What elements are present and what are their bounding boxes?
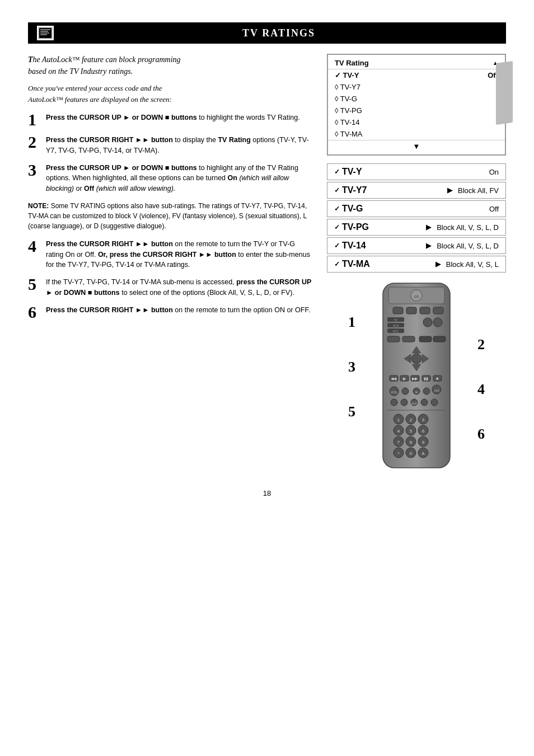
svg-point-42	[402, 388, 409, 395]
rating-row-tv14: ✓ TV-14 ▶ Block All, V, S, L, D	[327, 237, 506, 254]
step-2-number: 2	[28, 134, 40, 151]
remote-wrapper: 1 3 5 2 4 6	[327, 280, 506, 472]
rating-menu-box: TV Rating ▲ ✓ TV-Y Off ◊ TV-Y7 ◊ TV-G ◊	[327, 54, 506, 156]
svg-text:0: 0	[410, 451, 413, 456]
step-6: 6 Press the CURSOR RIGHT ►► button on th…	[28, 305, 313, 321]
step-3-content: Press the CURSOR UP ► or DOWN ■ buttons …	[46, 163, 313, 194]
menu-item-tvma: ◊ TV-MA	[328, 128, 505, 140]
svg-text:TV: TV	[394, 318, 398, 322]
menu-item-tv14: ◊ TV-14	[328, 116, 505, 128]
svg-text:▶▶: ▶▶	[412, 377, 418, 381]
svg-text:5: 5	[410, 429, 413, 434]
intro-text-1: The AutoLock™ feature can block programm…	[28, 54, 313, 77]
remote-label-3: 3	[348, 359, 355, 375]
step-2-content: Press the CURSOR RIGHT ►► button to disp…	[46, 135, 313, 156]
svg-text:9: 9	[422, 440, 425, 445]
step-6-number: 6	[28, 304, 40, 321]
svg-rect-9	[393, 307, 403, 314]
svg-text:▮▮: ▮▮	[424, 377, 428, 381]
svg-rect-23	[419, 336, 432, 342]
svg-point-29	[411, 354, 421, 364]
menu-item-tvy: ✓ TV-Y Off	[328, 69, 505, 81]
note-block: NOTE: Some TV RATING options also have s…	[28, 201, 313, 231]
step-4-number: 4	[28, 238, 40, 255]
rating-row-tvy7: ✓ TV-Y7 ▶ Block All, FV	[327, 182, 506, 199]
svg-text:7: 7	[397, 440, 400, 445]
svg-rect-21	[387, 336, 400, 342]
intro-text-2: Once you've entered your access code and…	[28, 83, 313, 105]
svg-point-48	[391, 399, 397, 406]
svg-text:SLP: SLP	[411, 402, 417, 405]
rating-row-tvma: ✓ TV-MA ▶ Block All, V, S, L	[327, 256, 506, 273]
svg-text:QS: QS	[414, 295, 419, 298]
step-3: 3 Press the CURSOR UP ► or DOWN ■ button…	[28, 163, 313, 194]
page-number: 18	[28, 489, 506, 497]
page-title: TV RATINGS	[60, 27, 497, 39]
remote-label-6: 6	[477, 426, 485, 443]
page: TV RATINGS The AutoLock™ feature can blo…	[0, 0, 534, 756]
svg-rect-22	[402, 336, 415, 342]
svg-rect-11	[420, 307, 430, 314]
menu-item-tvpg: ◊ TV-PG	[328, 105, 505, 116]
svg-text:2: 2	[410, 417, 413, 422]
svg-text:1: 1	[397, 417, 400, 422]
svg-text:3: 3	[422, 417, 425, 422]
svg-rect-10	[406, 307, 416, 314]
svg-text:VOL: VOL	[391, 391, 398, 394]
svg-text:CH: CH	[434, 389, 439, 392]
step-5: 5 If the TV-Y7, TV-PG, TV-14 or TV-MA su…	[28, 277, 313, 298]
step-5-content: If the TV-Y7, TV-PG, TV-14 or TV-MA sub-…	[46, 277, 313, 298]
step-6-content: Press the CURSOR RIGHT ►► button on the …	[46, 305, 313, 316]
left-column: The AutoLock™ feature can block programm…	[28, 54, 313, 472]
menu-header: TV Rating ▲	[328, 57, 505, 69]
rating-row-tvpg: ✓ TV-PG ▶ Block All, V, S, L, D	[327, 219, 506, 236]
svg-text:4: 4	[397, 429, 400, 434]
svg-text:6: 6	[422, 429, 425, 434]
svg-text:*: *	[397, 451, 399, 456]
svg-point-53	[431, 399, 438, 406]
svg-text:VCR: VCR	[393, 324, 399, 327]
remote-label-2: 2	[477, 336, 485, 353]
title-bar: TV RATINGS	[28, 22, 506, 44]
svg-text:M: M	[415, 391, 418, 394]
menu-wrapper: TV Rating ▲ ✓ TV-Y Off ◊ TV-Y7 ◊ TV-G ◊	[327, 54, 506, 156]
gray-accent	[496, 61, 513, 125]
svg-point-49	[401, 399, 407, 406]
svg-point-45	[423, 388, 430, 395]
step-2: 2 Press the CURSOR RIGHT ►► button to di…	[28, 135, 313, 156]
svg-rect-12	[433, 307, 443, 314]
svg-text:■: ■	[436, 377, 438, 381]
step-4-content: Press the CURSOR RIGHT ►► button on the …	[46, 239, 313, 270]
step-3-number: 3	[28, 162, 40, 179]
svg-text:◀◀: ◀◀	[391, 377, 397, 381]
rating-row-tvg: ✓ TV-G Off	[327, 200, 506, 217]
remote-label-1: 1	[348, 314, 355, 331]
title-icon	[37, 26, 54, 40]
rating-rows: ✓ TV-Y On ✓ TV-Y7 ▶ Block All, FV ✓ TV-G…	[327, 163, 506, 273]
svg-point-20	[433, 318, 442, 327]
svg-text:A: A	[421, 451, 425, 456]
right-column: TV Rating ▲ ✓ TV-Y Off ◊ TV-Y7 ◊ TV-G ◊	[327, 54, 506, 472]
svg-text:ACC: ACC	[393, 330, 399, 333]
menu-item-tvy7: ◊ TV-Y7	[328, 81, 505, 93]
svg-text:8: 8	[410, 440, 413, 445]
remote-label-5: 5	[348, 403, 355, 420]
step-1-number: 1	[28, 111, 40, 128]
step-4: 4 Press the CURSOR RIGHT ►► button on th…	[28, 239, 313, 270]
content-area: The AutoLock™ feature can block programm…	[28, 54, 506, 472]
remote-container: 1 3 5 2 4 6	[366, 280, 467, 472]
svg-point-19	[423, 318, 432, 327]
step-5-number: 5	[28, 276, 40, 293]
menu-footer: ▼	[328, 140, 505, 152]
svg-point-52	[421, 399, 428, 406]
menu-item-tvg: ◊ TV-G	[328, 93, 505, 105]
remote-label-4: 4	[477, 381, 485, 398]
svg-rect-24	[433, 336, 446, 342]
remote-svg: QS TV VCR ACC	[366, 280, 467, 471]
step-1: 1 Press the CURSOR UP ► or DOWN ■ button…	[28, 112, 313, 128]
step-1-content: Press the CURSOR UP ► or DOWN ■ buttons …	[46, 112, 313, 123]
rating-row-tvy: ✓ TV-Y On	[327, 163, 506, 180]
